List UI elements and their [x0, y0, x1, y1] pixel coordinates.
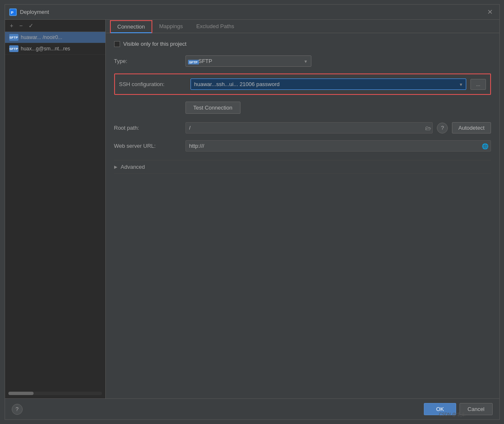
visible-only-label: Visible only for this project	[123, 41, 187, 47]
root-path-label: Root path:	[114, 125, 181, 131]
ssh-config-section: SSH configuration: huawar...ssh...ui... …	[114, 73, 491, 95]
test-connection-button[interactable]: Test Connection	[185, 102, 240, 114]
advanced-label: Advanced	[121, 164, 145, 170]
app-icon: P	[9, 8, 17, 16]
sidebar-item-label-1: huawar... /nooir0...	[21, 34, 63, 40]
ssh-config-edit-button[interactable]: ...	[470, 79, 486, 90]
remove-server-button[interactable]: −	[18, 21, 24, 30]
tabs-bar: Connection Mappings Excluded Paths	[106, 20, 499, 33]
close-button[interactable]: ✕	[485, 7, 495, 17]
help-button[interactable]: ?	[12, 404, 23, 415]
visible-only-checkbox[interactable]	[114, 41, 120, 47]
sftp-icon-2: SFTP	[9, 45, 18, 52]
check-server-button[interactable]: ✓	[27, 21, 35, 30]
sidebar-item-label-2: huax...g@sm...nt...res	[21, 46, 71, 52]
root-path-input[interactable]	[185, 122, 433, 133]
tab-connection[interactable]: Connection	[110, 20, 153, 33]
advanced-section[interactable]: ▶ Advanced	[114, 160, 491, 174]
web-url-input[interactable]	[185, 140, 491, 152]
sftp-icon-1: SFTP	[9, 34, 18, 41]
web-url-label: Web server URL:	[114, 143, 181, 149]
watermark: CSDN @:$_$.	[439, 412, 466, 417]
autodetect-button[interactable]: Autodetect	[452, 122, 491, 133]
sidebar-item-server-1[interactable]: SFTP huawar... /nooir0...	[5, 32, 105, 43]
ssh-config-label: SSH configuration:	[119, 81, 186, 87]
tab-mappings[interactable]: Mappings	[152, 20, 189, 33]
browse-folder-button[interactable]: 🗁	[425, 125, 431, 131]
type-label: Type:	[114, 58, 181, 64]
ssh-config-select[interactable]: huawar...ssh...ui... 21006 password	[191, 79, 467, 90]
add-server-button[interactable]: +	[8, 21, 15, 30]
dialog-title: Deployment	[20, 9, 49, 15]
svg-text:P: P	[11, 10, 13, 15]
type-select[interactable]: SFTP	[185, 55, 311, 67]
root-path-help-button[interactable]: ?	[437, 123, 448, 133]
sidebar-item-server-2[interactable]: SFTP huax...g@sm...nt...res	[5, 43, 105, 55]
tab-excluded-paths[interactable]: Excluded Paths	[190, 20, 241, 33]
advanced-triangle-icon: ▶	[114, 165, 118, 169]
